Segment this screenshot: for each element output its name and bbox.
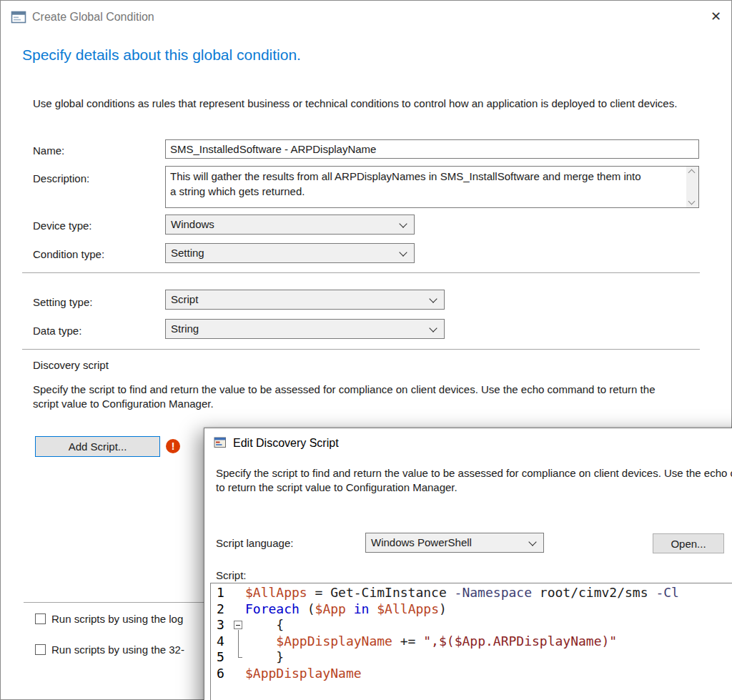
page-title: Specify details about this global condit… (22, 46, 301, 64)
name-input[interactable] (165, 139, 699, 159)
chevron-down-icon (429, 295, 437, 302)
dialog-description: Specify the script to find and return th… (216, 466, 732, 495)
code-line: 4 $AppDisplayName += ",$($App.ARPDisplay… (211, 634, 732, 650)
line-number: 6 (211, 666, 232, 682)
fold-gutter (232, 634, 245, 650)
dialog-description-line1: Specify the script to find and return th… (216, 466, 732, 480)
code-text: $AppDisplayName (245, 666, 362, 682)
run-scripts-32bit-label[interactable]: Run scripts by using the 32- (51, 644, 184, 656)
device-type-label: Device type: (33, 220, 92, 232)
discovery-script-description: Specify the script to find and return th… (33, 383, 680, 411)
chevron-down-icon (399, 248, 407, 256)
chevron-down-icon (429, 324, 437, 332)
window-title: Create Global Condition (32, 11, 154, 24)
window-icon (11, 9, 26, 25)
device-type-value: Windows (171, 218, 214, 230)
script-editor[interactable]: 1$AllApps = Get-CimInstance -Namespace r… (210, 583, 732, 700)
condition-type-value: Setting (171, 247, 204, 259)
line-number: 5 (211, 649, 232, 666)
code-text: Foreach ($App in $AllApps) (245, 601, 447, 618)
condition-type-select[interactable]: Setting (165, 243, 415, 263)
run-scripts-logged-on-user-checkbox[interactable] (35, 613, 46, 624)
dialog-title: Edit Discovery Script (233, 437, 339, 450)
close-icon[interactable]: ✕ (711, 9, 721, 24)
fold-collapse-icon[interactable] (232, 617, 245, 634)
script-language-label: Script language: (216, 537, 293, 549)
code-text: $AppDisplayName += ",$($App.ARPDisplayNa… (245, 634, 617, 650)
scroll-up-icon[interactable] (688, 169, 696, 177)
code-lines: 1$AllApps = Get-CimInstance -Namespace r… (211, 585, 732, 681)
code-line: 5 } (211, 649, 732, 666)
code-line: 3 { (211, 617, 732, 634)
run-scripts-32bit-checkbox[interactable] (35, 644, 46, 655)
run-scripts-logged-on-user-label[interactable]: Run scripts by using the log (51, 613, 183, 625)
fold-gutter (232, 649, 245, 666)
chevron-down-icon (399, 220, 407, 227)
scroll-down-icon[interactable] (688, 198, 696, 205)
script-label: Script: (216, 569, 247, 581)
description-input[interactable]: This will gather the results from all AR… (165, 166, 699, 208)
fold-gutter (232, 601, 245, 618)
open-button[interactable]: Open... (653, 533, 724, 553)
line-number: 3 (211, 617, 232, 634)
data-type-value: String (171, 322, 199, 335)
add-script-button[interactable]: Add Script... (35, 436, 160, 457)
setting-type-select[interactable]: Script (165, 290, 445, 310)
code-line: 2Foreach ($App in $AllApps) (211, 601, 732, 618)
line-number: 1 (211, 585, 232, 601)
fold-gutter (232, 585, 245, 601)
script-language-value: Windows PowerShell (371, 536, 472, 548)
description-value: This will gather the results from all AR… (170, 169, 646, 199)
titlebar: Create Global Condition ✕ (1, 1, 731, 34)
description-label: Description: (33, 172, 89, 184)
code-line: 1$AllApps = Get-CimInstance -Namespace r… (211, 585, 732, 601)
script-language-select[interactable]: Windows PowerShell (365, 533, 544, 553)
chevron-down-icon (528, 538, 536, 546)
fold-gutter (232, 666, 245, 682)
discovery-script-section-label: Discovery script (33, 359, 109, 371)
code-text: $AllApps = Get-CimInstance -Namespace ro… (245, 585, 679, 601)
divider (22, 272, 700, 273)
code-text: { (245, 617, 284, 634)
validation-error-icon: ! (166, 439, 180, 453)
line-number: 4 (211, 634, 232, 650)
device-type-select[interactable]: Windows (165, 215, 415, 235)
condition-type-label: Condition type: (33, 248, 104, 260)
code-text: } (245, 649, 284, 666)
dialog-description-line2: to return the script value to Configurat… (216, 480, 732, 495)
setting-type-value: Script (171, 293, 198, 305)
setting-type-label: Setting type: (33, 296, 92, 308)
description-scrollbar[interactable] (686, 167, 698, 207)
edit-discovery-script-dialog: Edit Discovery Script Specify the script… (204, 428, 732, 700)
divider (22, 349, 700, 350)
intro-text: Use global conditions as rules that repr… (33, 97, 680, 111)
code-line: 6$AppDisplayName (211, 666, 732, 682)
data-type-select[interactable]: String (165, 319, 445, 339)
data-type-label: Data type: (33, 325, 81, 337)
name-label: Name: (33, 144, 64, 157)
line-number: 2 (211, 601, 232, 618)
script-form-icon (214, 436, 227, 449)
